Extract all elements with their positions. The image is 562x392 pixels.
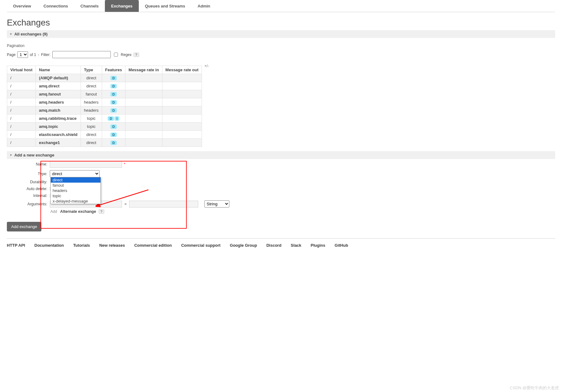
- add-argument-link[interactable]: Add: [50, 209, 57, 214]
- footer-link-google-group[interactable]: Google Group: [230, 243, 257, 248]
- cell-rate-in: [125, 106, 162, 114]
- argument-value-input[interactable]: [129, 201, 198, 208]
- footer-link-new-releases[interactable]: New releases: [99, 243, 125, 248]
- footer-link-commercial-edition[interactable]: Commercial edition: [134, 243, 172, 248]
- cell-rate-in: [125, 139, 162, 147]
- table-row: /amq.directdirectD: [7, 82, 202, 90]
- cell-rate-in: [125, 74, 162, 82]
- cell-type: direct: [81, 131, 102, 139]
- tab-overview[interactable]: Overview: [7, 0, 37, 12]
- type-option-direct[interactable]: direct: [51, 177, 101, 183]
- section-add-exchange[interactable]: ▼ Add a new exchange: [7, 151, 555, 159]
- cell-features: D: [102, 106, 125, 114]
- feature-badge: D: [110, 124, 117, 129]
- footer-link-github[interactable]: GitHub: [335, 243, 348, 248]
- exchanges-table: Virtual hostNameTypeFeaturesMessage rate…: [7, 66, 202, 147]
- alternate-help[interactable]: ?: [99, 209, 104, 214]
- cell-rate-in: [125, 131, 162, 139]
- tab-channels[interactable]: Channels: [74, 0, 105, 12]
- cell-vhost: /: [7, 82, 36, 90]
- footer-link-tutorials[interactable]: Tutorials: [73, 243, 90, 248]
- tab-queues-and-streams[interactable]: Queues and Streams: [139, 0, 191, 12]
- tab-connections[interactable]: Connections: [37, 0, 74, 12]
- cell-rate-out: [162, 98, 202, 106]
- footer-links: HTTP APIDocumentationTutorialsNew releas…: [7, 239, 555, 252]
- section-all-exchanges[interactable]: ▼ All exchanges (9): [7, 30, 555, 38]
- cell-name[interactable]: amq.topic: [36, 123, 81, 131]
- regex-checkbox[interactable]: [114, 53, 118, 57]
- type-select[interactable]: direct: [50, 170, 100, 177]
- cell-rate-out: [162, 131, 202, 139]
- cell-vhost: /: [7, 123, 36, 131]
- tab-admin[interactable]: Admin: [191, 0, 216, 12]
- cell-features: D: [102, 82, 125, 90]
- tab-exchanges[interactable]: Exchanges: [105, 0, 139, 12]
- type-option-fanout[interactable]: fanout: [51, 183, 101, 188]
- cell-name[interactable]: amq.rabbitmq.trace: [36, 114, 81, 123]
- cell-name[interactable]: amq.match: [36, 106, 81, 114]
- feature-badge: D: [110, 133, 117, 137]
- footer-link-discord[interactable]: Discord: [266, 243, 281, 248]
- feature-badge: D: [108, 116, 114, 121]
- cell-type: topic: [81, 123, 102, 131]
- add-exchange-button[interactable]: Add exchange: [7, 222, 41, 231]
- regex-help[interactable]: ?: [133, 53, 139, 57]
- table-row: /amq.rabbitmq.tracetopicDI: [7, 114, 202, 123]
- cell-features: D: [102, 139, 125, 147]
- autodelete-label: Auto delete:: [7, 187, 50, 191]
- table-row: /amq.matchheadersD: [7, 106, 202, 114]
- column-header[interactable]: Virtual host: [7, 66, 36, 74]
- footer-link-plugins[interactable]: Plugins: [311, 243, 325, 248]
- cell-vhost: /: [7, 131, 36, 139]
- cell-rate-out: [162, 74, 202, 82]
- column-header[interactable]: Name: [36, 66, 81, 74]
- filter-label: Filter:: [41, 53, 50, 57]
- cell-vhost: /: [7, 90, 36, 98]
- cell-rate-out: [162, 90, 202, 98]
- feature-badge: D: [110, 76, 117, 80]
- cell-name[interactable]: (AMQP default): [36, 74, 81, 82]
- name-input[interactable]: [50, 161, 122, 168]
- required-mark: *: [124, 162, 125, 166]
- cell-type: fanout: [81, 90, 102, 98]
- footer-link-documentation[interactable]: Documentation: [35, 243, 64, 248]
- cell-rate-in: [125, 90, 162, 98]
- table-row: /exchange1directD: [7, 139, 202, 147]
- argument-type-select[interactable]: String: [204, 200, 229, 208]
- cell-name[interactable]: amq.headers: [36, 98, 81, 106]
- cell-type: direct: [81, 82, 102, 90]
- type-option-topic[interactable]: topic: [51, 193, 101, 198]
- type-option-x-delayed-message[interactable]: x-delayed-message: [51, 198, 101, 204]
- table-row: /elasticsearch.shielddirectD: [7, 131, 202, 139]
- cell-type: direct: [81, 139, 102, 147]
- type-option-headers[interactable]: headers: [51, 188, 101, 193]
- cell-vhost: /: [7, 74, 36, 82]
- page-select[interactable]: 1: [17, 51, 28, 58]
- column-header[interactable]: Message rate out: [162, 66, 202, 74]
- cell-features: DI: [102, 114, 125, 123]
- cell-name[interactable]: exchange1: [36, 139, 81, 147]
- alternate-exchange-link[interactable]: Alternate exchange: [60, 209, 96, 214]
- cell-name[interactable]: amq.fanout: [36, 90, 81, 98]
- table-row: /amq.topictopicD: [7, 123, 202, 131]
- column-header[interactable]: Message rate in: [125, 66, 162, 74]
- equals-sign: =: [124, 202, 127, 206]
- filter-input[interactable]: [52, 51, 111, 58]
- arguments-label: Arguments:: [7, 202, 50, 206]
- cell-features: D: [102, 123, 125, 131]
- cell-name[interactable]: elasticsearch.shield: [36, 131, 81, 139]
- column-header[interactable]: Type: [81, 66, 102, 74]
- cell-name[interactable]: amq.direct: [36, 82, 81, 90]
- cell-features: D: [102, 98, 125, 106]
- dash: -: [38, 53, 39, 57]
- page-title: Exchanges: [7, 18, 555, 28]
- footer-link-http-api[interactable]: HTTP API: [7, 243, 25, 248]
- footer-link-slack[interactable]: Slack: [291, 243, 301, 248]
- footer-link-commercial-support[interactable]: Commercial support: [181, 243, 220, 248]
- type-dropdown-open: directfanoutheaderstopicx-delayed-messag…: [50, 177, 101, 204]
- feature-badge: D: [110, 92, 117, 96]
- column-header[interactable]: Features: [102, 66, 125, 74]
- columns-toggle[interactable]: +/-: [204, 64, 209, 68]
- feature-badge: D: [110, 100, 117, 105]
- pagination-row: Page 1 of 1 - Filter: Regex ?: [7, 51, 555, 58]
